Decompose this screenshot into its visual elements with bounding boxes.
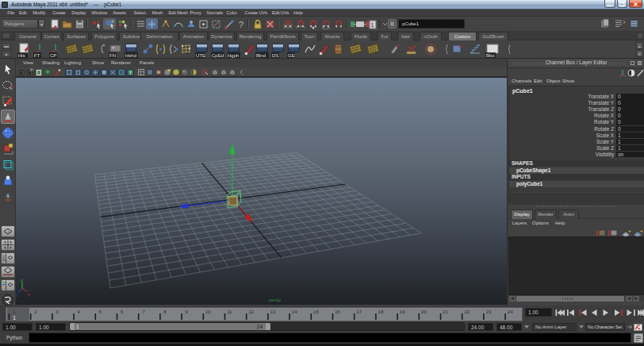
- svg-text:16: 16: [335, 309, 340, 314]
- svg-text:Hgph: Hgph: [228, 53, 239, 58]
- svg-text:7: 7: [142, 309, 145, 314]
- svg-text:18: 18: [378, 309, 384, 314]
- svg-text:GE: GE: [288, 53, 295, 58]
- svg-text:y: y: [21, 278, 23, 283]
- svg-text:z: z: [16, 293, 18, 298]
- svg-text:24: 24: [508, 309, 513, 314]
- svg-text:22: 22: [464, 309, 470, 314]
- svg-text:19: 19: [400, 309, 405, 314]
- svg-text:13: 13: [270, 309, 276, 314]
- svg-text:FN: FN: [109, 53, 116, 58]
- svg-text:15: 15: [313, 309, 319, 314]
- svg-text:6: 6: [121, 309, 124, 314]
- svg-text:1: 1: [13, 315, 16, 321]
- svg-text:1: 1: [371, 22, 374, 28]
- svg-text:UTE: UTE: [196, 53, 205, 58]
- svg-text:+: +: [628, 229, 631, 233]
- svg-text:?: ?: [239, 20, 243, 29]
- svg-text:CP: CP: [50, 53, 56, 58]
- svg-text:Hshd: Hshd: [125, 53, 136, 58]
- svg-text:11: 11: [227, 309, 232, 314]
- svg-text:9: 9: [186, 309, 189, 314]
- svg-text:21: 21: [443, 309, 448, 314]
- svg-text:CpEd: CpEd: [212, 53, 224, 58]
- svg-text:FT: FT: [34, 53, 40, 58]
- svg-text:12: 12: [248, 309, 254, 314]
- svg-text:23: 23: [486, 309, 492, 314]
- svg-text:Blnd: Blnd: [256, 53, 266, 58]
- svg-text:14: 14: [292, 309, 297, 314]
- svg-text:5: 5: [99, 309, 102, 314]
- svg-text:3: 3: [56, 309, 59, 314]
- svg-text:1: 1: [13, 309, 16, 314]
- svg-text:x: x: [28, 292, 30, 297]
- svg-text:17: 17: [356, 309, 362, 314]
- svg-text:Bbo: Bbo: [486, 53, 495, 58]
- svg-text:+: +: [640, 229, 643, 233]
- svg-text:10: 10: [205, 309, 211, 314]
- svg-text:20: 20: [421, 309, 427, 314]
- svg-text:2: 2: [34, 309, 37, 314]
- svg-text:T: T: [129, 71, 132, 75]
- svg-text:4: 4: [78, 309, 81, 314]
- svg-text:persp: persp: [269, 298, 282, 302]
- svg-text:DS: DS: [272, 53, 278, 58]
- svg-text:8: 8: [163, 309, 167, 314]
- svg-text:His: His: [18, 53, 25, 58]
